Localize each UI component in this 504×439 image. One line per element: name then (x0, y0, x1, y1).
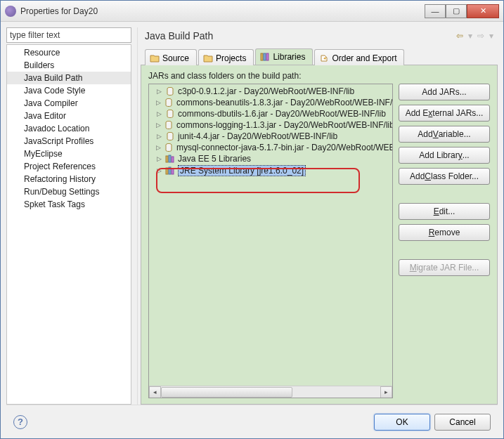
add-external-jars-button[interactable]: Add External JARs... (399, 105, 490, 122)
tree-item-label: JRE System Library [jre1.6.0_02] (178, 165, 306, 176)
tree-item[interactable]: ▷Java EE 5 Libraries (149, 153, 392, 164)
expand-icon[interactable]: ▷ (156, 168, 162, 174)
scroll-right-icon[interactable]: ▸ (380, 386, 392, 398)
expand-icon[interactable]: ▷ (156, 111, 162, 117)
nav-item-javadoc-location[interactable]: Javadoc Location (7, 122, 131, 135)
expand-icon[interactable]: ▷ (156, 89, 162, 95)
jar-icon (165, 131, 175, 141)
nav-item-resource[interactable]: Resource (7, 46, 131, 59)
scroll-thumb[interactable] (161, 387, 292, 398)
horizontal-scrollbar[interactable]: ◂ ▸ (149, 386, 392, 398)
tree-item-label: commons-dbutils-1.6.jar - Day20/WebRoot/… (178, 109, 386, 119)
expand-icon[interactable]: ▷ (156, 156, 162, 162)
left-column: ResourceBuildersJava Build PathJava Code… (6, 27, 131, 405)
window-title: Properties for Day20 (20, 6, 425, 16)
nav-item-java-build-path[interactable]: Java Build Path (7, 72, 131, 84)
svg-rect-11 (172, 157, 174, 162)
expand-icon[interactable]: ▷ (156, 145, 161, 151)
add-variable-button[interactable]: Add Variable... (399, 126, 490, 143)
maximize-button[interactable]: ▢ (446, 4, 467, 18)
tree-item[interactable]: ▷junit-4.4.jar - Day20/WebRoot/WEB-INF/l… (149, 131, 392, 142)
tab-source[interactable]: Source (145, 49, 197, 65)
tree-item[interactable]: ▷commons-logging-1.1.3.jar - Day20/WebRo… (149, 119, 392, 131)
add-jars-button[interactable]: Add JARs... (399, 84, 490, 100)
tree-item-label: c3p0-0.9.1.2.jar - Day20/WebRoot/WEB-INF… (178, 86, 354, 96)
nav-item-javascript-profiles[interactable]: JavaScript Profiles (7, 135, 131, 148)
svg-rect-0 (261, 53, 263, 60)
svg-rect-9 (166, 156, 168, 162)
window-buttons: — ▢ ✕ (425, 4, 499, 18)
svg-rect-10 (169, 155, 171, 162)
svg-rect-1 (264, 53, 266, 60)
add-library-button[interactable]: Add Library... (399, 147, 490, 164)
tree-item[interactable]: ▷commons-beanutils-1.8.3.jar - Day20/Web… (149, 97, 392, 108)
tab-order-and-export[interactable]: Order and Export (314, 49, 404, 65)
tree-item-label: commons-beanutils-1.8.3.jar - Day20/WebR… (176, 98, 393, 107)
page-header: Java Build Path ⇦ ▾ ⇨ ▾ (141, 27, 498, 48)
nav-item-java-compiler[interactable]: Java Compiler (7, 97, 131, 110)
page-title: Java Build Path (145, 30, 454, 41)
forward-arrow-icon[interactable]: ⇨ (475, 30, 486, 41)
expand-icon[interactable]: ▷ (156, 100, 161, 106)
titlebar[interactable]: Properties for Day20 — ▢ ✕ (1, 1, 503, 22)
classpath-tree[interactable]: ▷c3p0-0.9.1.2.jar - Day20/WebRoot/WEB-IN… (148, 84, 393, 398)
tree-item[interactable]: ▷c3p0-0.9.1.2.jar - Day20/WebRoot/WEB-IN… (149, 86, 392, 97)
close-button[interactable]: ✕ (467, 4, 499, 18)
tab-libraries[interactable]: Libraries (255, 48, 313, 65)
minimize-button[interactable]: — (425, 4, 446, 18)
svg-rect-2 (266, 53, 269, 60)
tree-item[interactable]: ▷mysql-connector-java-5.1.7-bin.jar - Da… (149, 142, 392, 153)
library-icon (260, 52, 270, 62)
library-icon (165, 154, 175, 164)
svg-rect-13 (169, 167, 171, 174)
nav-item-spket-task-tags[interactable]: Spket Task Tags (7, 198, 131, 211)
help-icon[interactable]: ? (13, 415, 27, 429)
jar-icon (164, 120, 174, 130)
tab-label: Source (162, 53, 189, 63)
tree-item-label: mysql-connector-java-5.1.7-bin.jar - Day… (176, 143, 393, 152)
export-icon (319, 53, 329, 63)
jar-icon (164, 143, 174, 152)
remove-button[interactable]: Remove (399, 224, 490, 241)
ok-button[interactable]: OK (374, 414, 430, 431)
back-arrow-icon[interactable]: ⇦ (454, 30, 465, 41)
svg-rect-14 (172, 169, 174, 174)
nav-item-java-editor[interactable]: Java Editor (7, 110, 131, 122)
tab-projects[interactable]: Projects (198, 49, 254, 65)
edit-button[interactable]: Edit... (399, 203, 490, 220)
button-column: Add JARs... Add External JARs... Add Var… (399, 84, 490, 398)
nav-item-run-debug-settings[interactable]: Run/Debug Settings (7, 185, 131, 198)
tree-item[interactable]: ▷commons-dbutils-1.6.jar - Day20/WebRoot… (149, 108, 392, 119)
nav-item-java-code-style[interactable]: Java Code Style (7, 84, 131, 97)
button-gap (399, 189, 490, 199)
nav-item-builders[interactable]: Builders (7, 59, 131, 72)
arrow-separator: ▾ (489, 31, 493, 41)
tab-label: Order and Export (332, 53, 396, 63)
tree-item-label: junit-4.4.jar - Day20/WebRoot/WEB-INF/li… (178, 131, 337, 141)
expand-icon[interactable]: ▷ (156, 133, 162, 140)
nav-item-myeclipse[interactable]: MyEclipse (7, 148, 131, 160)
folder-icon (203, 53, 213, 63)
button-gap (399, 245, 490, 255)
add-class-folder-button[interactable]: Add Class Folder... (399, 168, 490, 185)
jar-icon (165, 86, 175, 96)
scroll-left-icon[interactable]: ◂ (149, 386, 161, 398)
cancel-button[interactable]: Cancel (434, 414, 491, 431)
libraries-tab-page: JARs and class folders on the build path… (141, 65, 498, 405)
nav-item-project-references[interactable]: Project References (7, 160, 131, 173)
expand-icon[interactable]: ▷ (156, 122, 161, 129)
list-row: ▷c3p0-0.9.1.2.jar - Day20/WebRoot/WEB-IN… (148, 84, 490, 398)
jar-icon (164, 98, 174, 107)
tree-item[interactable]: ▷JRE System Library [jre1.6.0_02] (149, 164, 392, 177)
tab-bar: SourceProjectsLibrariesOrder and Export (141, 48, 498, 65)
dialog-content: ResourceBuildersJava Build PathJava Code… (1, 22, 503, 438)
library-icon (165, 166, 175, 176)
tab-label: Libraries (273, 52, 305, 62)
category-tree[interactable]: ResourceBuildersJava Build PathJava Code… (6, 44, 131, 405)
filter-input[interactable] (6, 27, 131, 43)
nav-item-refactoring-history[interactable]: Refactoring History (7, 173, 131, 185)
scroll-track[interactable] (161, 386, 380, 398)
svg-rect-12 (166, 168, 168, 174)
arrow-separator: ▾ (468, 31, 472, 41)
jar-icon (165, 109, 175, 119)
